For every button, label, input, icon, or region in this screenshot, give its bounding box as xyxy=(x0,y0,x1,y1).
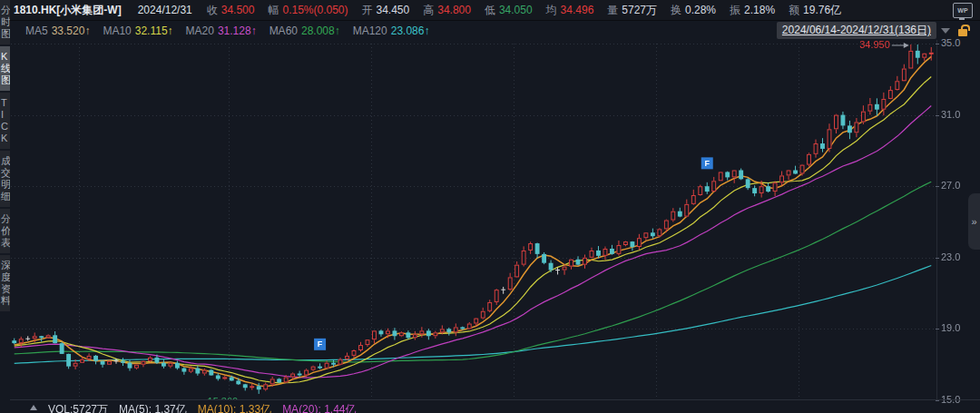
quote-field: 均34.496 xyxy=(546,3,594,18)
quote-field: 低34.050 xyxy=(485,3,533,18)
price-tick-label: 35.0 xyxy=(941,37,960,48)
quote-field: 开34.450 xyxy=(362,3,410,18)
ma-legend-item: MA6028.008↑ xyxy=(270,25,340,37)
volume-ma10: MA(10): 1.33亿 xyxy=(198,402,271,413)
sidebar-tab-char: K xyxy=(0,51,10,63)
left-tab-strip: 分时图K线图TICK成交明细分价表深度资料 xyxy=(0,0,10,361)
ma-legend-bar: MA533.520↑MA1032.115↑MA2031.128↑MA6028.0… xyxy=(10,21,980,40)
date-range-wrap: 2024/06/14-2024/12/31(136日) xyxy=(777,22,967,39)
ma-legend-item: MA533.520↑ xyxy=(25,25,90,37)
chevron-down-icon[interactable] xyxy=(941,28,950,34)
sidebar-tab-char: 明 xyxy=(0,179,10,191)
sidebar-tab-char: 料 xyxy=(0,295,10,307)
ma-legend-item: MA2031.128↑ xyxy=(186,25,257,37)
sidebar-tab-成交明细[interactable]: 成交明细 xyxy=(0,151,10,207)
volume-ma5: MA(5): 1.37亿 xyxy=(119,402,187,413)
sidebar-tab-char: 资 xyxy=(0,283,10,295)
quote-field: 量5727万 xyxy=(607,3,657,18)
price-axis-divider xyxy=(936,40,937,400)
ma-legend-item: MA12023.086↑ xyxy=(353,25,430,37)
top-info-bar: 1810.HK[小米集团-W] 2024/12/31 收34.500幅0.15%… xyxy=(10,0,980,21)
quote-field: 额19.76亿 xyxy=(789,3,841,18)
stock-symbol: 1810.HK[小米集团-W] xyxy=(14,3,122,18)
price-tick-label: 31.0 xyxy=(941,109,960,120)
sidebar-tab-char: 细 xyxy=(0,191,10,202)
ma-legend-items: MA533.520↑MA1032.115↑MA2031.128↑MA6028.0… xyxy=(25,25,442,37)
sidebar-tab-char: 价 xyxy=(0,225,10,237)
sidebar-tab-char: 度 xyxy=(0,271,10,283)
volume-ma20: MA(20): 1.44亿 xyxy=(282,402,356,413)
indicator-collapse-icon[interactable] xyxy=(30,405,37,410)
sidebar-tab-char: 表 xyxy=(0,237,10,249)
sidebar-tab-char: I xyxy=(0,109,10,121)
wp-monitor-icon[interactable]: WP xyxy=(953,3,973,18)
right-panel-expander[interactable]: » xyxy=(968,193,980,250)
sidebar-tab-char: 交 xyxy=(0,167,10,179)
sidebar-tab-TICK[interactable]: TICK xyxy=(0,93,10,149)
sidebar-tab-char: C xyxy=(0,121,10,133)
kline-chart-canvas[interactable] xyxy=(0,40,938,400)
price-tick-label: 27.0 xyxy=(941,180,960,191)
quote-field: 换0.28% xyxy=(671,3,716,18)
quote-field: 幅0.15%(0.050) xyxy=(268,3,348,18)
price-tick-label: 23.0 xyxy=(941,251,960,262)
quote-field: 振2.18% xyxy=(730,3,775,18)
quote-field: 收34.500 xyxy=(207,3,255,18)
sidebar-tab-分时图[interactable]: 分时图 xyxy=(0,0,10,44)
quote-field: 高34.800 xyxy=(423,3,471,18)
sidebar-tab-char: 线 xyxy=(0,63,10,74)
sidebar-tab-char: 时 xyxy=(0,16,10,28)
sidebar-tab-char: 图 xyxy=(0,28,10,40)
price-tick-label: 19.0 xyxy=(941,322,960,333)
sidebar-tab-char: 图 xyxy=(0,74,10,86)
quote-date: 2024/12/31 xyxy=(138,4,192,16)
unlock-icon[interactable] xyxy=(958,29,967,36)
sidebar-tab-char: 分 xyxy=(0,213,10,225)
date-range-selector[interactable]: 2024/06/14-2024/12/31(136日) xyxy=(777,22,936,39)
volume-value: VOL:5727万 xyxy=(48,402,108,413)
sidebar-tab-分价表[interactable]: 分价表 xyxy=(0,209,10,253)
sidebar-tab-深度资料[interactable]: 深度资料 xyxy=(0,255,10,311)
sidebar-tab-char: 分 xyxy=(0,5,10,16)
volume-pane-header: VOL:5727万 MA(5): 1.37亿 MA(10): 1.33亿 MA(… xyxy=(10,400,980,413)
sidebar-tab-char: K xyxy=(0,133,10,144)
sidebar-tab-K线图[interactable]: K线图 xyxy=(0,46,10,91)
sidebar-tab-char: 成 xyxy=(0,155,10,167)
top-bar-fields: 收34.500幅0.15%(0.050)开34.450高34.800低34.05… xyxy=(207,3,855,18)
sidebar-tab-char: 深 xyxy=(0,260,10,271)
ma-legend-item: MA1032.115↑ xyxy=(103,25,172,37)
sidebar-tab-char: T xyxy=(0,97,10,109)
